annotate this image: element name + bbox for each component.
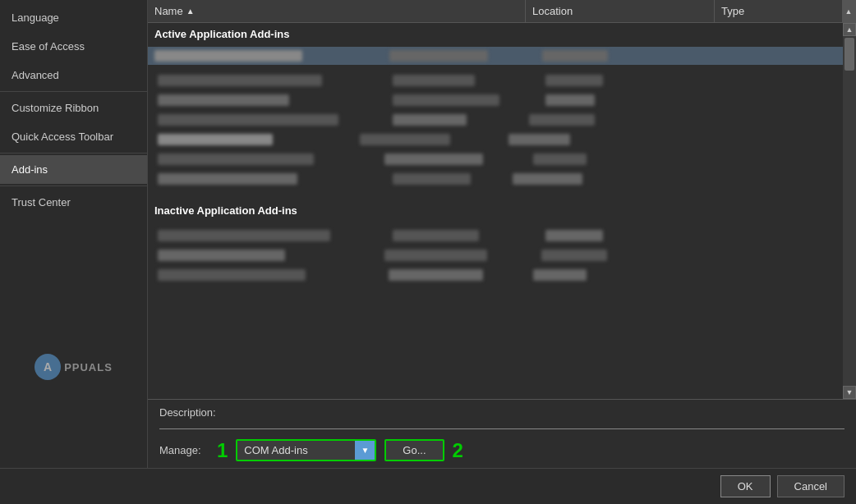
scrollbar-thumb[interactable] — [844, 38, 854, 71]
step-1-badge: 1 — [217, 441, 228, 460]
table-row[interactable] — [151, 170, 853, 188]
table-row[interactable] — [151, 227, 853, 245]
sort-icon: ▲ — [186, 7, 195, 16]
go-button[interactable]: Go... — [386, 441, 442, 460]
table-row[interactable] — [151, 266, 853, 284]
step-2-badge: 2 — [453, 441, 463, 460]
scrollbar-track — [843, 72, 856, 386]
table-header: Name ▲ Location Type ▲ — [148, 0, 856, 23]
column-location: Location — [526, 0, 715, 22]
table-row[interactable] — [151, 91, 853, 109]
manage-select-wrapper: COM Add-ins Excel Add-ins Word Add-ins A… — [236, 439, 376, 461]
section-divider — [159, 428, 844, 429]
table-row[interactable] — [151, 131, 853, 149]
ok-button[interactable]: OK — [720, 475, 771, 497]
sidebar: Language Ease of Access Advanced Customi… — [0, 0, 148, 468]
inactive-blurred-content — [148, 222, 856, 289]
table-row[interactable] — [151, 246, 853, 264]
column-name: Name ▲ — [148, 0, 526, 22]
cancel-button[interactable]: Cancel — [777, 475, 844, 497]
sidebar-item-language[interactable]: Language — [0, 3, 147, 32]
sidebar-item-advanced[interactable]: Advanced — [0, 61, 147, 89]
table-row[interactable] — [148, 47, 856, 65]
go-button-wrapper: Go... — [384, 439, 444, 461]
sidebar-item-trust-center[interactable]: Trust Center — [0, 188, 147, 217]
sidebar-divider — [0, 91, 147, 92]
sidebar-item-add-ins[interactable]: Add-ins — [0, 155, 147, 184]
scrollbar-up[interactable]: ▲ — [843, 23, 856, 36]
blurred-content-area — [148, 66, 856, 193]
sidebar-item-quick-access-toolbar[interactable]: Quick Access Toolbar — [0, 122, 147, 151]
table-scroll[interactable]: Active Application Add-ins — [148, 23, 856, 399]
main-layout: Language Ease of Access Advanced Customi… — [0, 0, 856, 468]
column-type: Type ▲ — [715, 0, 856, 22]
scrollbar-up-btn[interactable]: ▲ — [842, 0, 855, 22]
sidebar-item-ease-of-access[interactable]: Ease of Access — [0, 32, 147, 61]
content-area: Name ▲ Location Type ▲ Active Applicatio… — [148, 0, 856, 468]
table-row[interactable] — [151, 71, 853, 89]
sidebar-divider-3 — [0, 186, 147, 186]
sidebar-divider-2 — [0, 153, 147, 153]
table-row[interactable] — [151, 111, 853, 129]
table-body: Active Application Add-ins — [148, 23, 856, 399]
active-section-header: Active Application Add-ins — [148, 23, 856, 45]
sidebar-item-customize-ribbon[interactable]: Customize Ribbon — [0, 94, 147, 122]
manage-row: Manage: 1 COM Add-ins Excel Add-ins Word… — [148, 433, 856, 468]
manage-dropdown[interactable]: COM Add-ins Excel Add-ins Word Add-ins A… — [237, 441, 375, 460]
app-logo: A PPUALS — [0, 346, 147, 387]
table-row[interactable] — [151, 150, 853, 168]
inactive-section-header: Inactive Application Add-ins — [148, 199, 856, 222]
description-area: Description: — [148, 399, 856, 425]
manage-label: Manage: — [159, 444, 209, 456]
description-label: Description: — [159, 406, 844, 419]
scrollbar: ▲ ▼ — [843, 23, 856, 399]
bottom-bar: OK Cancel — [0, 468, 856, 504]
scrollbar-down[interactable]: ▼ — [843, 386, 856, 399]
